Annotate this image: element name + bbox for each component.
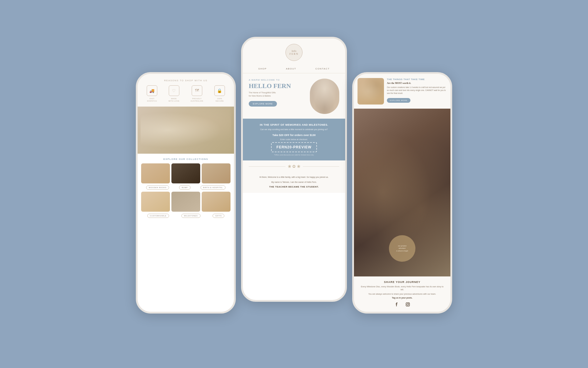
divider-section: ❀ ✿ ❀ [243, 160, 345, 173]
center-content: hello FERN SHOP ABOUT CONTACT A WARM WEL… [243, 39, 345, 300]
right-card-bold: Are the MOST worth it. [387, 82, 447, 84]
right-top-text: THE THINGS THAT TAKE TIME Are the MOST w… [387, 78, 447, 105]
milestone-enter: Enter code below at checkout. [249, 138, 339, 140]
svg-rect-0 [406, 303, 410, 306]
logo-hello: hello [292, 50, 296, 52]
right-content: THE THINGS THAT TAKE TIME Are the MOST w… [354, 74, 450, 312]
divider-left [249, 166, 285, 167]
logo-circle: hello FERN [285, 44, 303, 61]
australia-icon: 🗺 [192, 85, 202, 96]
phone-right: THE THINGS THAT TAKE TIME Are the MOST w… [352, 72, 452, 314]
share-title: SHARE YOUR JOURNEY [360, 281, 445, 284]
lock-icon: 🔒 [214, 85, 225, 96]
reason-fast-dispatch: 🚚 FASTDISPATCH [147, 85, 157, 102]
nav-shop[interactable]: SHOP [258, 67, 267, 70]
right-big-img-overlay: our greatestadventureis about to begin [389, 235, 415, 262]
coupon-code: FERN20-PREVIEW [276, 145, 311, 149]
divider-right [303, 166, 340, 167]
nav-about[interactable]: ABOUT [286, 67, 296, 70]
flower-icon: ❀ ✿ ❀ [288, 164, 300, 169]
reasons-section: REASONS TO SHOP WITH US 🚚 FASTDISPATCH ♡… [138, 74, 234, 107]
coupon-box: FERN20-PREVIEW [271, 142, 317, 152]
right-card-desc: Our custom creations take 1-3 weeks to c… [387, 86, 447, 95]
scene: REASONS TO SHOP WITH US 🚚 FASTDISPATCH ♡… [136, 37, 452, 331]
center-hero: A WARM WELCOME TO HELLO FERN The Home of… [243, 73, 345, 119]
collections-section: EXPLORE OUR COLLECTIONS WOODEN BOOKS BUM… [138, 154, 234, 312]
share-desc1: Every Milestone Disc, every Wooden Book,… [360, 285, 445, 291]
center-welcome-text: Hi there, Welcome to a little family, wi… [243, 173, 345, 193]
teacher-became: THE TEACHER BECAME THE STUDENT. [250, 185, 338, 188]
milestone-section: IN THE SPIRIT OF MEMORIES AND MILESTONES… [243, 119, 345, 160]
svg-point-2 [409, 303, 409, 304]
logo-fern: FERN [289, 52, 298, 55]
collection-grid-top [141, 163, 230, 183]
reason-label-fast: FASTDISPATCH [147, 97, 157, 102]
explore-more-right-btn[interactable]: EXPLORE MORE [387, 98, 410, 103]
welcome-para1: Hi there, Welcome to a little family, wi… [250, 175, 338, 179]
share-section: SHARE YOUR JOURNEY Every Milestone Disc,… [354, 276, 450, 312]
btn-bump[interactable]: BUMP [179, 185, 191, 190]
center-nav: SHOP ABOUT CONTACT [243, 64, 345, 73]
reason-love: ♡ MADEWITH LOVE [168, 85, 180, 102]
milestone-discount: Take $20 OFF for orders over $130 [249, 134, 339, 137]
collection-milestones-img [171, 192, 200, 212]
hero-photo [310, 79, 339, 114]
right-card-title: THE THINGS THAT TAKE TIME [387, 78, 447, 81]
share-tag: Tag us in your posts. [360, 297, 445, 299]
btn-customisable[interactable]: CUSTOMISABLE [147, 214, 169, 218]
phone-left: REASONS TO SHOP WITH US 🚚 FASTDISPATCH ♡… [136, 72, 236, 314]
facebook-icon[interactable] [393, 301, 400, 308]
collection-birth-img [202, 163, 230, 183]
hero-title: HELLO FERN [249, 82, 306, 89]
btn-milestones[interactable]: MILESTONES [181, 214, 201, 218]
right-big-img: our greatestadventureis about to begin [354, 109, 450, 276]
collection-btns-row2: CUSTOMISABLE MILESTONES GIFTS [141, 214, 230, 218]
reason-australian: 🗺 PROUDLYAUSTRALIAN [191, 85, 203, 102]
btn-birth-hospital[interactable]: BIRTH & HOSPITAL [201, 185, 225, 190]
social-icons [360, 301, 445, 308]
hero-subtitle: The Home of Thoughtful Giftsfor New Mums… [249, 91, 306, 97]
hero-image-left [138, 107, 234, 154]
reason-label-love: MADEWITH LOVE [168, 97, 180, 102]
milestone-desc: Can we stop scrolling and take a little … [249, 128, 339, 131]
right-top-card: THE THINGS THAT TAKE TIME Are the MOST w… [354, 74, 450, 109]
collection-customisable-img [141, 192, 170, 212]
logo-area: hello FERN [243, 39, 345, 64]
svg-point-1 [407, 304, 409, 305]
reason-secure: 🔒 100%SECURE [214, 85, 225, 102]
reasons-icons: 🚚 FASTDISPATCH ♡ MADEWITH LOVE 🗺 PROUDLY… [141, 85, 230, 102]
reason-label-aus: PROUDLYAUSTRALIAN [191, 97, 203, 102]
collection-wooden-books-img [141, 163, 170, 183]
left-content: REASONS TO SHOP WITH US 🚚 FASTDISPATCH ♡… [138, 74, 234, 312]
collection-bump-img [171, 163, 200, 183]
right-top-img [358, 78, 384, 105]
collections-title: EXPLORE OUR COLLECTIONS [141, 158, 230, 160]
overlay-text: our greatestadventureis about to begin [396, 245, 408, 252]
coupon-disclaimer: *Offers and discounts are valid for limi… [249, 154, 339, 156]
collection-btns-row1: WOODEN BOOKS BUMP BIRTH & HOSPITAL [141, 185, 230, 190]
phone-center: hello FERN SHOP ABOUT CONTACT A WARM WEL… [241, 37, 347, 302]
hero-welcome: A WARM WELCOME TO [249, 79, 306, 81]
share-desc2: You are always welcome to share your pre… [360, 293, 445, 296]
nav-contact[interactable]: CONTACT [315, 67, 330, 70]
instagram-icon[interactable] [405, 301, 411, 308]
explore-more-center-btn[interactable]: EXPLORE MORE [249, 101, 277, 107]
reason-label-secure: 100%SECURE [216, 97, 224, 102]
btn-gifts[interactable]: GIFTS [213, 214, 224, 218]
truck-icon: 🚚 [147, 85, 157, 96]
hero-text: A WARM WELCOME TO HELLO FERN The Home of… [249, 79, 306, 107]
btn-wooden-books[interactable]: WOODEN BOOKS [146, 185, 169, 190]
collection-gifts-img [202, 192, 230, 212]
heart-icon: ♡ [169, 85, 179, 96]
milestone-title: IN THE SPIRIT OF MEMORIES AND MILESTONES… [249, 123, 339, 126]
reasons-title: REASONS TO SHOP WITH US [141, 79, 230, 82]
welcome-para2: My name is Tahnee, I am the owner of Hel… [250, 180, 338, 184]
collection-grid-bottom [141, 192, 230, 212]
